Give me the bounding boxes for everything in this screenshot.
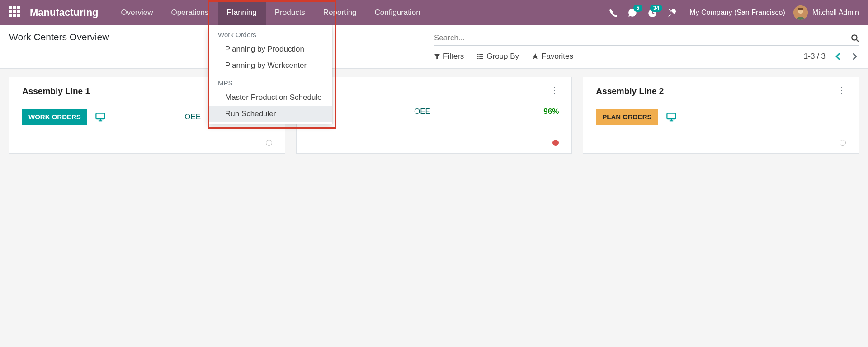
nav-planning[interactable]: Planning <box>218 0 266 25</box>
monitor-icon[interactable] <box>95 113 105 122</box>
status-dot[interactable] <box>840 140 846 146</box>
avatar[interactable] <box>793 5 808 20</box>
oee-value: 96% <box>543 107 559 116</box>
card-title: Assembly Line 2 <box>596 86 664 96</box>
card-menu-icon[interactable]: ⋮ <box>838 86 846 94</box>
pager-prev[interactable] <box>834 53 842 60</box>
nav-configuration[interactable]: Configuration <box>366 0 429 25</box>
company-name[interactable]: My Company (San Francisco) <box>689 9 785 17</box>
filters-label: Filters <box>443 52 464 61</box>
work-orders-button[interactable]: WORK ORDERS <box>22 109 87 125</box>
monitor-icon[interactable] <box>666 113 676 122</box>
svg-rect-11 <box>480 58 484 59</box>
svg-rect-6 <box>477 54 479 55</box>
pager-text: 1-3 / 3 <box>804 52 826 61</box>
dd-section-workorders: Work Orders <box>208 25 332 41</box>
chat-badge: 5 <box>633 5 643 12</box>
groupby-label: Group By <box>486 52 519 61</box>
nav-reporting[interactable]: Reporting <box>314 0 366 25</box>
card-assembly-line-2[interactable]: Assembly Line 2 ⋮ PLAN ORDERS <box>583 77 859 154</box>
oee-label: OEE <box>414 107 430 116</box>
chat-icon[interactable]: 5 <box>628 8 637 17</box>
phone-icon[interactable] <box>609 9 617 17</box>
svg-rect-10 <box>477 58 479 59</box>
svg-point-4 <box>852 35 857 40</box>
status-dot[interactable] <box>266 140 272 146</box>
dd-section-mps: MPS <box>208 74 332 89</box>
pager-next[interactable] <box>850 53 859 60</box>
card-middle[interactable]: ⋮ OEE 96% <box>296 77 572 154</box>
search-icon[interactable] <box>851 34 859 42</box>
svg-rect-15 <box>667 113 675 118</box>
tools-icon[interactable] <box>668 9 676 17</box>
activity-badge: 34 <box>650 5 662 12</box>
nav-products[interactable]: Products <box>266 0 314 25</box>
svg-rect-12 <box>96 113 104 118</box>
dd-planning-by-production[interactable]: Planning by Production <box>208 41 332 57</box>
dd-planning-by-workcenter[interactable]: Planning by Workcenter <box>208 57 332 74</box>
search-input[interactable] <box>434 32 851 44</box>
status-dot[interactable] <box>552 140 559 146</box>
dd-master-production-schedule[interactable]: Master Production Schedule <box>208 89 332 106</box>
planning-dropdown: Work Orders Planning by Production Plann… <box>208 25 332 124</box>
oee-label: OEE <box>184 113 201 122</box>
card-title: Assembly Line 1 <box>22 86 90 96</box>
svg-rect-8 <box>477 56 479 57</box>
activity-icon[interactable]: 34 <box>648 8 657 17</box>
filters-button[interactable]: Filters <box>434 52 464 61</box>
groupby-button[interactable]: Group By <box>476 52 519 61</box>
nav-operations[interactable]: Operations <box>162 0 217 25</box>
navbar: Manufacturing Overview Operations Planni… <box>0 0 868 25</box>
svg-rect-9 <box>480 56 484 57</box>
dd-run-scheduler[interactable]: Run Scheduler <box>208 106 332 122</box>
plan-orders-button[interactable]: PLAN ORDERS <box>596 109 658 125</box>
control-panel: Work Centers Overview Filters Group By F… <box>0 25 868 69</box>
card-menu-icon[interactable]: ⋮ <box>551 86 559 94</box>
svg-rect-3 <box>798 8 803 10</box>
svg-rect-7 <box>480 54 484 55</box>
favorites-label: Favorites <box>542 52 573 61</box>
app-title: Manufacturing <box>30 7 99 19</box>
username[interactable]: Mitchell Admin <box>812 9 859 17</box>
svg-line-5 <box>856 39 859 42</box>
kanban: Assembly Line 1 ⋮ WORK ORDERS OEE ⋮ OEE … <box>0 69 868 162</box>
favorites-button[interactable]: Favorites <box>532 52 573 61</box>
nav-overview[interactable]: Overview <box>112 0 162 25</box>
apps-icon[interactable] <box>9 6 22 19</box>
